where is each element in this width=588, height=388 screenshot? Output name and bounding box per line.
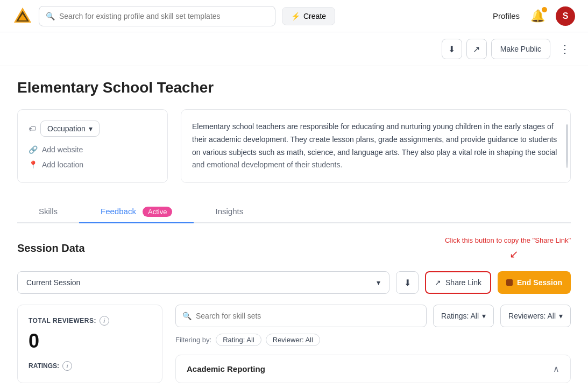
share-link-tooltip: Click this button to copy the "Share Lin… [445,236,571,260]
total-reviewers-label: TOTAL REVIEWERS: i [29,316,151,326]
occupation-row: 🏷 Occupation ▾ [29,121,157,137]
search-icon: 🔍 [182,312,192,320]
tab-feedback[interactable]: Feedback Active [79,200,194,223]
share-button[interactable]: ↗ [466,39,487,59]
search-bar[interactable]: 🔍 [39,6,275,26]
chevron-up-icon[interactable]: ∧ [553,364,559,374]
chevron-down-icon: ▾ [482,312,486,320]
header-right: Profiles 🔔 S [493,6,575,26]
add-website-link[interactable]: 🔗 Add website [29,145,157,154]
more-options-button[interactable]: ⋮ [555,39,575,59]
link-icon: 🔗 [29,145,38,154]
session-title: Session Data [17,242,85,255]
tooltip-arrow-icon: ↙ [509,248,519,260]
add-location-link[interactable]: 📍 Add location [29,160,157,169]
tab-skills[interactable]: Skills [17,200,79,223]
search-filters: 🔍 Ratings: All ▾ Reviewers: All ▾ Filter… [175,305,571,383]
academic-section: Academic Reporting ∧ [175,355,571,383]
share-icon: ↗ [473,44,480,54]
location-icon: 📍 [29,160,38,169]
share-link-button[interactable]: ↗ Share Link [425,271,491,294]
skill-search-input[interactable] [196,312,420,320]
notification-badge [542,7,547,12]
main-content: Elementary School Teacher 🏷 Occupation ▾… [0,66,588,388]
stats-row: TOTAL REVIEWERS: i 0 RATINGS: i 🔍 Rating [17,305,571,383]
reviewer-filter-chip[interactable]: Reviewer: All [266,334,320,346]
filtering-row: Filtering by: Rating: All Reviewer: All [175,334,571,346]
active-badge: Active [143,207,172,217]
ratings-info-icon[interactable]: i [62,361,72,371]
notification-bell[interactable]: 🔔 [530,9,545,23]
page-title: Elementary School Teacher [17,79,571,96]
total-reviewers-info-icon[interactable]: i [100,316,109,326]
toolbar: ⬇ ↗ Make Public ⋮ [0,32,588,66]
session-section: Session Data Click this button to copy t… [17,223,571,388]
total-reviewers-value: 0 [29,330,151,352]
tabs: Skills Feedback Active Insights [17,200,571,223]
header: 🔍 ⚡ Create Profiles 🔔 S [0,0,588,32]
share-link-icon: ↗ [435,278,441,287]
search-icon: 🔍 [46,12,55,20]
end-session-button[interactable]: End Session [498,271,571,294]
profile-section: 🏷 Occupation ▾ 🔗 Add website 📍 Add locat… [17,109,571,183]
scrollbar[interactable] [566,124,568,168]
chevron-down-icon: ▾ [377,278,380,287]
ratings-label: RATINGS: i [29,361,151,371]
reviewers-filter-button[interactable]: Reviewers: All ▾ [500,305,571,327]
session-select[interactable]: Current Session ▾ [17,271,389,294]
session-header: Session Data Click this button to copy t… [17,236,571,260]
profile-left-panel: 🏷 Occupation ▾ 🔗 Add website 📍 Add locat… [17,109,168,183]
profiles-link[interactable]: Profiles [493,11,520,20]
skill-search[interactable]: 🔍 [175,305,427,327]
session-controls: Current Session ▾ ⬇ ↗ Share Link End Ses… [17,271,571,294]
tooltip-text: Click this button to copy the "Share Lin… [445,236,571,244]
profile-description-panel: Elementary school teachers are responsib… [181,109,571,183]
logo-icon[interactable] [13,6,32,26]
download-icon: ⬇ [448,44,455,54]
make-public-button[interactable]: Make Public [491,39,550,59]
chevron-down-icon: ▾ [559,312,563,320]
chevron-down-icon: ▾ [89,124,93,133]
download-icon: ⬇ [404,278,411,288]
profile-description: Elementary school teachers are responsib… [192,121,559,172]
create-icon: ⚡ [291,12,300,20]
filter-row: 🔍 Ratings: All ▾ Reviewers: All ▾ [175,305,571,327]
end-dot-icon [506,279,513,286]
occupation-dropdown[interactable]: Occupation ▾ [40,121,100,137]
session-download-button[interactable]: ⬇ [396,271,419,294]
reviewers-stat-card: TOTAL REVIEWERS: i 0 RATINGS: i [17,305,162,383]
download-button[interactable]: ⬇ [442,39,462,59]
rating-filter-chip[interactable]: Rating: All [216,334,261,346]
academic-title: Academic Reporting [187,364,265,373]
tag-icon: 🏷 [29,124,36,133]
avatar[interactable]: S [556,6,575,26]
search-input[interactable] [59,12,268,20]
create-button[interactable]: ⚡ Create [282,7,335,25]
tab-insights[interactable]: Insights [194,200,265,223]
ratings-filter-button[interactable]: Ratings: All ▾ [433,305,494,327]
